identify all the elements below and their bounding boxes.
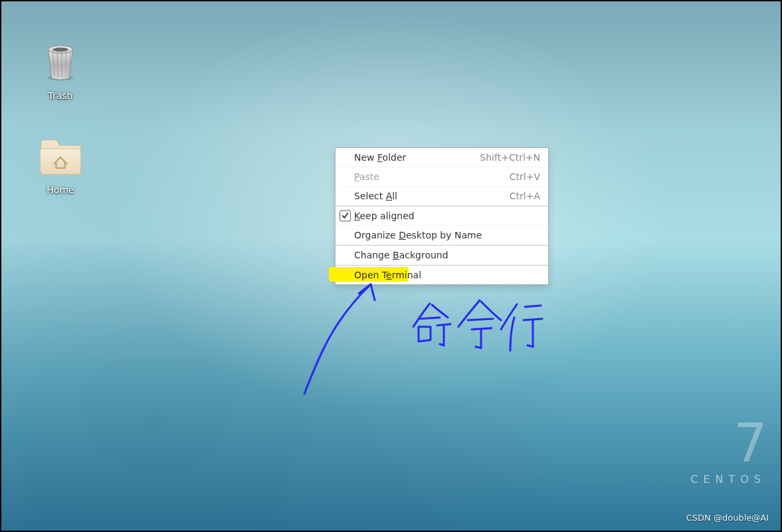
- desktop-icon-trash[interactable]: Trash: [24, 40, 97, 101]
- checkbox-checked-icon: [340, 211, 351, 222]
- menu-item-label: Open Terminal: [354, 270, 540, 280]
- centos-word: CENTOS: [690, 473, 766, 486]
- menu-item-organize-desktop[interactable]: Organize Desktop by Name: [336, 226, 548, 245]
- menu-item-label: New Folder: [354, 152, 480, 163]
- menu-item-new-folder[interactable]: New Folder Shift+Ctrl+N: [336, 148, 548, 167]
- desktop-context-menu: New Folder Shift+Ctrl+N Paste Ctrl+V Sel…: [335, 147, 549, 285]
- menu-item-label: Paste: [354, 171, 510, 182]
- menu-item-change-background[interactable]: Change Background: [336, 245, 548, 265]
- menu-item-label: Keep aligned: [354, 211, 540, 221]
- menu-shortcut: Shift+Ctrl+N: [480, 152, 540, 163]
- menu-item-label: Organize Desktop by Name: [354, 230, 540, 240]
- menu-item-select-all[interactable]: Select All Ctrl+A: [336, 187, 548, 206]
- folder-home-icon: [38, 134, 83, 179]
- desktop-icon-label: Trash: [24, 90, 97, 101]
- menu-item-open-terminal[interactable]: Open Terminal: [336, 265, 548, 284]
- desktop-icon-home[interactable]: Home: [24, 134, 97, 195]
- menu-item-label: Change Background: [354, 250, 540, 260]
- svg-point-7: [52, 48, 68, 52]
- menu-item-keep-aligned[interactable]: Keep aligned: [336, 206, 548, 226]
- centos-watermark: 7 CENTOS: [690, 417, 766, 486]
- trash-icon: [38, 40, 83, 85]
- desktop[interactable]: Trash: [1, 1, 781, 531]
- watermark-credit: CSDN @double@AI: [686, 513, 769, 523]
- menu-shortcut: Ctrl+V: [510, 171, 540, 182]
- menu-item-paste: Paste Ctrl+V: [336, 167, 548, 187]
- menu-item-label: Select All: [354, 191, 510, 201]
- centos-version: 7: [690, 417, 766, 470]
- menu-shortcut: Ctrl+A: [510, 191, 540, 201]
- desktop-icon-label: Home: [24, 185, 97, 195]
